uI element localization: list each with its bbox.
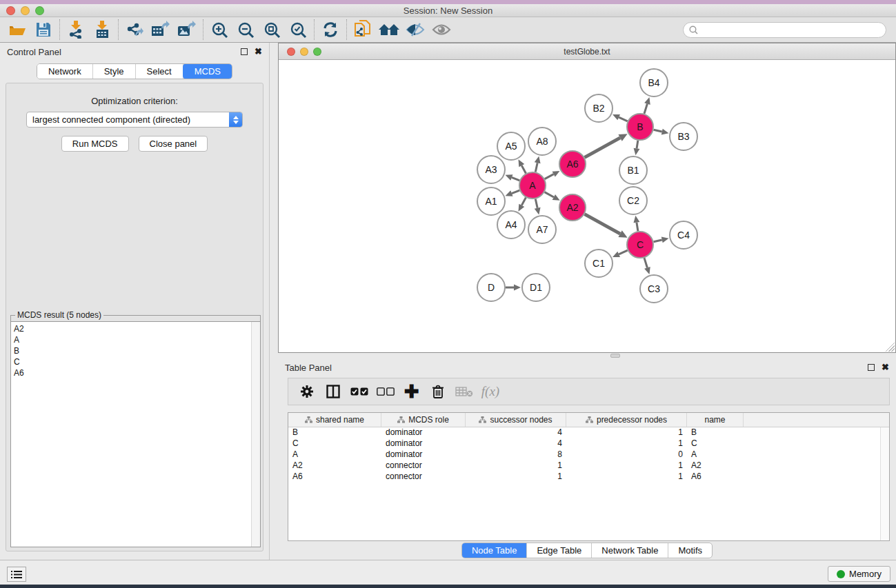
session-details-button[interactable]: [350, 19, 376, 41]
cell-mcds-role[interactable]: dominator: [381, 449, 466, 460]
column-header-successor-nodes[interactable]: successor nodes: [466, 413, 566, 427]
result-item[interactable]: A6: [14, 367, 248, 378]
cell-shared-name[interactable]: A6: [288, 472, 381, 483]
zoom-selected-button[interactable]: [285, 19, 311, 41]
zoom-out-button[interactable]: [232, 19, 259, 41]
cell-predecessor-nodes[interactable]: 1: [566, 438, 687, 449]
graph-edge-C-C3[interactable]: [644, 258, 647, 267]
memory-button[interactable]: Memory: [828, 566, 890, 582]
column-header-name[interactable]: name: [687, 413, 744, 427]
hide-all-columns-button[interactable]: [374, 381, 397, 403]
cell-predecessor-nodes[interactable]: 1: [566, 472, 687, 483]
cell-successor-nodes[interactable]: 1: [466, 472, 566, 483]
graph-edge-A-A5[interactable]: [521, 165, 526, 173]
window-resize-grip[interactable]: [885, 342, 895, 352]
task-history-button[interactable]: [7, 567, 26, 582]
delete-columns-button[interactable]: [426, 381, 450, 403]
result-item[interactable]: A: [14, 334, 248, 345]
table-row[interactable]: C dominator 4 1 C: [288, 438, 889, 449]
export-network-button[interactable]: [121, 19, 148, 41]
graph-edge-A-A7[interactable]: [535, 199, 537, 208]
graph-edge-B-B1[interactable]: [637, 141, 638, 149]
result-scrollbar[interactable]: [251, 322, 260, 547]
graph-edge-A-A1[interactable]: [512, 190, 519, 193]
tab-motifs[interactable]: Motifs: [668, 543, 712, 558]
cell-mcds-role[interactable]: dominator: [381, 438, 466, 449]
graph-edge-C-C2[interactable]: [637, 223, 638, 232]
splitter-handle[interactable]: [610, 354, 620, 358]
cell-name[interactable]: B: [687, 427, 744, 438]
criterion-select[interactable]: largest connected component (directed): [26, 112, 243, 128]
result-item[interactable]: C: [14, 356, 248, 367]
result-item[interactable]: A2: [14, 323, 248, 334]
tab-network[interactable]: Network: [37, 64, 93, 79]
export-image-button[interactable]: [174, 19, 200, 41]
create-column-button[interactable]: ✚: [400, 381, 424, 403]
graph-edge-C-C1[interactable]: [619, 250, 628, 254]
function-builder-button[interactable]: f(x): [479, 381, 502, 403]
hide-panels-button[interactable]: [402, 19, 428, 41]
graph-edge-B-B4[interactable]: [644, 104, 647, 114]
graph-edge-A-A6[interactable]: [545, 174, 554, 179]
graph-edge-B-B3[interactable]: [654, 130, 662, 132]
open-session-button[interactable]: [4, 19, 30, 41]
close-panel-button[interactable]: Close panel: [139, 136, 208, 152]
graph-edge-A-A4[interactable]: [521, 198, 526, 205]
cell-shared-name[interactable]: A2: [288, 460, 381, 472]
cell-name[interactable]: C: [687, 438, 744, 449]
cell-predecessor-nodes[interactable]: 0: [566, 449, 687, 460]
delete-table-button[interactable]: [452, 381, 476, 403]
graph-edge-A-A3[interactable]: [512, 177, 519, 180]
table-row[interactable]: A2 connector 1 1 A2: [288, 460, 889, 472]
close-table-panel-icon[interactable]: ✖: [882, 364, 889, 371]
close-panel-icon[interactable]: ✖: [255, 48, 262, 55]
cell-name[interactable]: A: [687, 449, 744, 460]
cell-successor-nodes[interactable]: 8: [466, 449, 566, 460]
show-all-columns-button[interactable]: [348, 381, 371, 403]
refresh-view-button[interactable]: [317, 19, 344, 41]
save-session-button[interactable]: [30, 19, 57, 41]
network-graph[interactable]: B4B2BB3A8A5A6A3B1AC2A1A2A4A7C4CC1DD1C3: [279, 60, 895, 352]
column-header-shared-name[interactable]: shared name: [288, 413, 381, 427]
table-row[interactable]: A dominator 8 0 A: [288, 449, 889, 460]
table-row[interactable]: A6 connector 1 1 A6: [288, 472, 889, 483]
cell-predecessor-nodes[interactable]: 1: [566, 427, 687, 438]
tab-mcds[interactable]: MCDS: [183, 63, 232, 79]
graph-edge-B-B2[interactable]: [619, 117, 628, 121]
cell-mcds-role[interactable]: dominator: [381, 427, 466, 438]
import-network-button[interactable]: [63, 19, 89, 41]
graph-edge-A-A8[interactable]: [535, 163, 537, 172]
show-panels-button[interactable]: [428, 19, 455, 41]
cell-successor-nodes[interactable]: 4: [466, 427, 566, 438]
cell-mcds-role[interactable]: connector: [381, 472, 466, 483]
export-table-button[interactable]: [148, 19, 174, 41]
graph-edge-C-C4[interactable]: [654, 240, 662, 242]
result-item[interactable]: B: [14, 345, 248, 356]
cell-successor-nodes[interactable]: 1: [466, 460, 566, 472]
horizontal-splitter[interactable]: [278, 353, 896, 358]
run-mcds-button[interactable]: Run MCDS: [61, 136, 129, 152]
cell-name[interactable]: A2: [687, 460, 744, 472]
cell-predecessor-nodes[interactable]: 1: [566, 460, 687, 472]
search-input[interactable]: [701, 25, 880, 34]
network-canvas[interactable]: B4B2BB3A8A5A6A3B1AC2A1A2A4A7C4CC1DD1C3: [279, 60, 895, 352]
cell-name[interactable]: A6: [687, 472, 744, 483]
graph-edge-A-A2[interactable]: [545, 192, 554, 197]
tab-edge-table[interactable]: Edge Table: [527, 543, 592, 558]
cell-successor-nodes[interactable]: 4: [466, 438, 566, 449]
tab-style[interactable]: Style: [93, 64, 136, 79]
home-button[interactable]: [376, 19, 402, 41]
graph-edge-A6-B[interactable]: [585, 138, 621, 157]
cell-shared-name[interactable]: C: [288, 438, 381, 449]
tab-select[interactable]: Select: [136, 64, 183, 79]
column-header-predecessor-nodes[interactable]: predecessor nodes: [566, 413, 687, 427]
float-table-panel-icon[interactable]: [868, 364, 875, 371]
zoom-fit-button[interactable]: [259, 19, 285, 41]
table-row[interactable]: B dominator 4 1 B: [288, 427, 889, 438]
cell-mcds-role[interactable]: connector: [381, 460, 466, 472]
cell-shared-name[interactable]: B: [288, 427, 381, 438]
tab-network-table[interactable]: Network Table: [592, 543, 668, 558]
column-header-mcds-role[interactable]: MCDS role: [381, 413, 466, 427]
zoom-in-button[interactable]: [206, 19, 232, 41]
table-settings-button[interactable]: [295, 381, 319, 403]
